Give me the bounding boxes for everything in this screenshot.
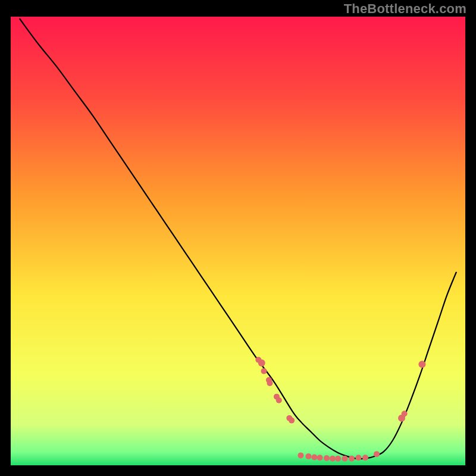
data-marker — [317, 455, 323, 461]
chart-svg — [11, 17, 465, 465]
data-marker — [330, 456, 336, 462]
watermark-text: TheBottleneck.com — [344, 1, 466, 17]
data-marker — [355, 455, 361, 461]
data-marker — [335, 456, 341, 462]
chart-frame: TheBottleneck.com — [0, 0, 476, 476]
plot-area — [11, 17, 465, 465]
data-marker — [362, 455, 368, 461]
data-marker — [402, 411, 408, 416]
data-marker — [418, 361, 425, 368]
data-marker — [311, 454, 317, 460]
data-marker — [276, 397, 282, 403]
data-marker — [374, 451, 380, 457]
data-marker — [289, 418, 295, 424]
gradient-background — [11, 17, 465, 465]
data-marker — [298, 452, 303, 458]
data-marker — [258, 359, 265, 367]
data-marker — [261, 368, 267, 374]
data-marker — [305, 453, 311, 459]
data-marker — [342, 456, 348, 462]
data-marker — [349, 456, 355, 462]
data-marker — [267, 380, 273, 386]
data-marker — [324, 455, 330, 461]
